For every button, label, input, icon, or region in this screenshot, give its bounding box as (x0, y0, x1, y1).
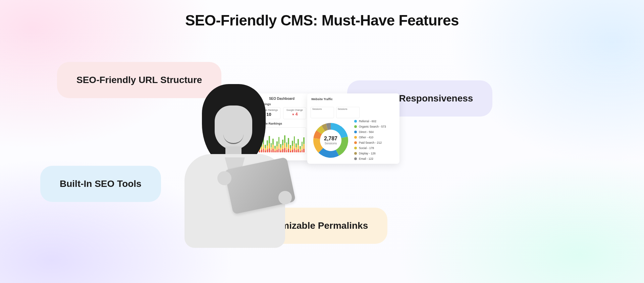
legend-label: Email - 122 (359, 157, 373, 160)
legend-row: Direct - 564 (354, 130, 398, 134)
traffic-panel: Website Traffic Sessions Sessions 2,787 … (307, 93, 399, 164)
sessions-mini-b: Sessions (336, 107, 360, 118)
legend-row: Organic Search - 573 (354, 125, 398, 128)
legend-dot-icon (354, 147, 357, 149)
legend-label: Display - 126 (359, 152, 376, 155)
legend-label: Paid Search - 212 (359, 141, 382, 144)
donut-sublabel: Sessions (324, 142, 337, 145)
traffic-section-label: Website Traffic (311, 97, 395, 101)
legend-row: Referral - 602 (354, 120, 398, 123)
legend-dot-icon (354, 152, 357, 155)
legend-label: Social - 178 (359, 146, 374, 150)
legend-dot-icon (354, 131, 357, 133)
legend-row: Other - 410 (354, 136, 398, 139)
page-title: SEO-Friendly CMS: Must-Have Features (185, 12, 459, 29)
donut-value: 2,787 (324, 136, 337, 142)
legend-label: Other - 410 (359, 136, 373, 139)
legend-dot-icon (354, 120, 357, 123)
sessions-mini-a: Sessions (311, 107, 334, 118)
legend-row: Social - 178 (354, 146, 398, 150)
legend-dot-icon (354, 157, 357, 160)
legend-label: Organic Search - 573 (359, 125, 386, 128)
legend-dot-icon (354, 141, 357, 144)
legend-row: Email - 122 (354, 157, 398, 160)
hero-cluster: March SEO Dashboard Rankings Google Rank… (174, 89, 402, 250)
donut-legend: Referral - 602Organic Search - 573Direct… (354, 120, 398, 162)
person-illustration (174, 89, 295, 250)
legend-row: Paid Search - 212 (354, 141, 398, 144)
legend-dot-icon (354, 125, 357, 128)
sessions-donut-chart: 2,787 Sessions (311, 120, 351, 160)
legend-label: Referral - 602 (359, 120, 376, 123)
legend-row: Display - 126 (354, 152, 398, 155)
legend-label: Direct - 564 (359, 130, 374, 134)
legend-dot-icon (354, 136, 357, 139)
feature-pill-builtin-tools: Built-In SEO Tools (40, 166, 161, 202)
